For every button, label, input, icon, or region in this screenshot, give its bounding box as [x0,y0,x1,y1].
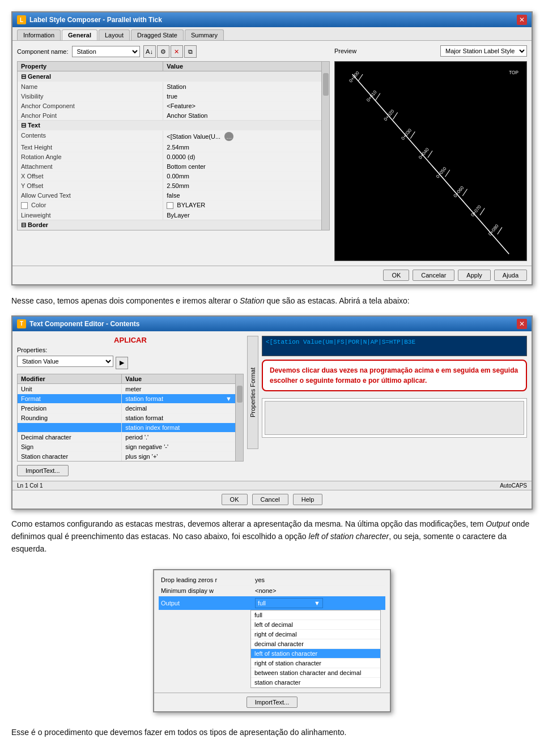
col-property: Property [18,62,163,71]
toolbar-delete-btn[interactable]: ✕ [171,45,183,58]
import-text-button[interactable]: ImportText... [17,465,69,476]
table-row: Rotation Angle 0.0000 (d) [18,152,321,161]
toolbar-sort-btn[interactable]: A↓ [143,45,156,58]
preview-label: Preview [334,48,356,54]
preview-row: Preview Major Station Label Style [334,45,527,57]
toolbar-copy-btn[interactable]: ⧉ [184,45,197,58]
format-dropdown-arrow[interactable]: ▼ [226,395,232,402]
cancelar-button[interactable]: Cancelar [413,270,454,281]
table-row: Name Station [18,82,321,91]
toolbar-settings-btn[interactable]: ⚙ [157,45,169,58]
component-name-label: Component name: [17,48,69,55]
dialog1-body: Component name: Station A↓ ⚙ ✕ ⧉ Propert… [12,41,532,266]
prop-table-header: Property Value [18,62,321,71]
apply-button[interactable]: Apply [458,270,491,281]
table-row: Precision decimal [18,403,235,413]
dropdown-item-between[interactable]: between station character and decimal [251,668,380,678]
table-row-station-index[interactable]: station index format [18,422,235,432]
svg-line-0 [352,74,509,254]
table-row-output[interactable]: Output full ▼ [159,596,385,610]
prose1-italic: Station [240,296,265,305]
dialog2-body: APLICAR Properties: Station Value ▶ Modi… [12,331,532,481]
tab-information[interactable]: Information [17,29,61,40]
dialog3-footer: ImportText... [154,693,390,711]
text-area-wrapper[interactable] [262,398,527,438]
prop-table2: Modifier Value Unit meter Format station… [18,374,235,461]
table-row: Lineweight ByLayer [18,210,321,220]
prose2-italic2: left of station charecter [309,532,389,541]
annotation-wrapper: Devemos clicar duas vezes na programação… [262,360,527,391]
scrollbar[interactable] [321,62,329,230]
dropdown-item-left-station[interactable]: left of station character [251,649,380,659]
section-text: ⊟ Text [18,120,321,130]
prose2-italic: Output [486,519,509,528]
dialog2-left-panel: APLICAR Properties: Station Value ▶ Modi… [17,336,244,476]
col-value: Value [163,62,321,71]
properties-format-sidebar[interactable]: Properties Format [247,336,258,449]
status-left: Ln 1 Col 1 [17,482,43,489]
col-modifier: Modifier [18,374,122,383]
code-display: <[Station Value(Um|FS|POR|N|AP|S=HTP|B3E [262,336,527,356]
svg-text:0+020: 0+020 [383,108,396,122]
color-checkbox[interactable] [21,202,28,209]
text-component-editor-dialog: T Text Component Editor - Contents ✕ APL… [11,315,533,510]
table-row: Anchor Component <Feature> [18,101,321,110]
ajuda-button[interactable]: Ajuda [494,270,527,281]
dialog3-body: Drop leading zeros r yes Minimum display… [154,570,390,693]
dialog1-close-button[interactable]: ✕ [517,15,527,25]
dialog2-close-button[interactable]: ✕ [517,319,527,329]
dropdown-item-full[interactable]: full [251,610,380,620]
import-text-btn[interactable]: ImportText... [246,697,298,708]
table-row: Station character plus sign '+' [18,451,235,461]
contents-edit-btn[interactable]: … [224,132,233,141]
dropdown-item-decimal-char[interactable]: decimal character [251,639,380,649]
prose1: Nesse caso, temos apenas dois componente… [11,294,533,307]
dialog2-help-button[interactable]: Help [293,494,323,505]
text-edit-area[interactable] [265,401,524,435]
tab-general[interactable]: General [62,29,97,40]
output-select-box[interactable]: full ▼ [255,598,323,608]
table-row: Unit meter [18,384,235,394]
label-style-composer-dialog: L Label Style Composer - Parallel with T… [11,11,533,285]
tab-layout[interactable]: Layout [99,29,130,40]
add-property-btn[interactable]: ▶ [116,357,128,369]
dropdown-item-right-decimal[interactable]: right of decimal [251,630,380,639]
dialog2-ok-button[interactable]: OK [222,494,248,505]
dialog2-cancel-button[interactable]: Cancel [252,494,288,505]
dialog1-titlebar: L Label Style Composer - Parallel with T… [12,12,532,27]
dialog1-title: Label Style Composer - Parallel with Tic… [29,16,162,24]
component-name-row: Component name: Station A↓ ⚙ ✕ ⧉ [17,45,330,58]
svg-text:0+030: 0+030 [400,127,413,141]
toolbar-icons: A↓ ⚙ ✕ ⧉ [143,45,197,58]
prop-table2-container: Modifier Value Unit meter Format station… [17,374,244,462]
table-row: Allow Curved Text false [18,190,321,200]
dialog2-titlebar-left: T Text Component Editor - Contents [17,319,139,328]
table-row: Y Offset 2.50mm [18,181,321,190]
dialog2-status-bar: Ln 1 Col 1 AutoCAPS [12,481,532,490]
dialog2-footer: OK Cancel Help [12,490,532,509]
tab-summary[interactable]: Summary [185,29,224,40]
dialog2-titlebar: T Text Component Editor - Contents ✕ [12,317,532,331]
import-text-row: ImportText... [17,465,244,476]
section-general: ⊟ General [18,71,321,82]
table-row-format[interactable]: Format station format ▼ [18,394,235,403]
dialog2-icon: T [17,319,26,328]
ok-button[interactable]: OK [383,270,409,281]
component-name-select[interactable]: Station [72,46,140,57]
svg-text:0+080: 0+080 [487,223,500,237]
table-row: Anchor Point Anchor Station [18,110,321,120]
table-row: Minimum display w <none> [159,586,385,596]
table-row: Contents <[Station Value(U... … [18,130,321,142]
dropdown-item-station-char[interactable]: station character [251,678,380,687]
scrollbar2[interactable] [235,374,243,461]
dropdown-item-right-station[interactable]: right of station character [251,659,380,668]
output-dropdown-list: full left of decimal right of decimal de… [250,610,381,688]
preview-dropdown[interactable]: Major Station Label Style [440,45,527,57]
tab-dragged-state[interactable]: Dragged State [131,29,184,40]
properties-select[interactable]: Station Value [17,356,113,367]
aplicar-label: APLICAR [17,336,244,344]
table-row: Attachment Bottom center [18,161,321,171]
dropdown-item-left-decimal[interactable]: left of decimal [251,620,380,630]
chevron-down-icon: ▼ [314,600,320,606]
table-row: Sign sign negative '-' [18,442,235,451]
